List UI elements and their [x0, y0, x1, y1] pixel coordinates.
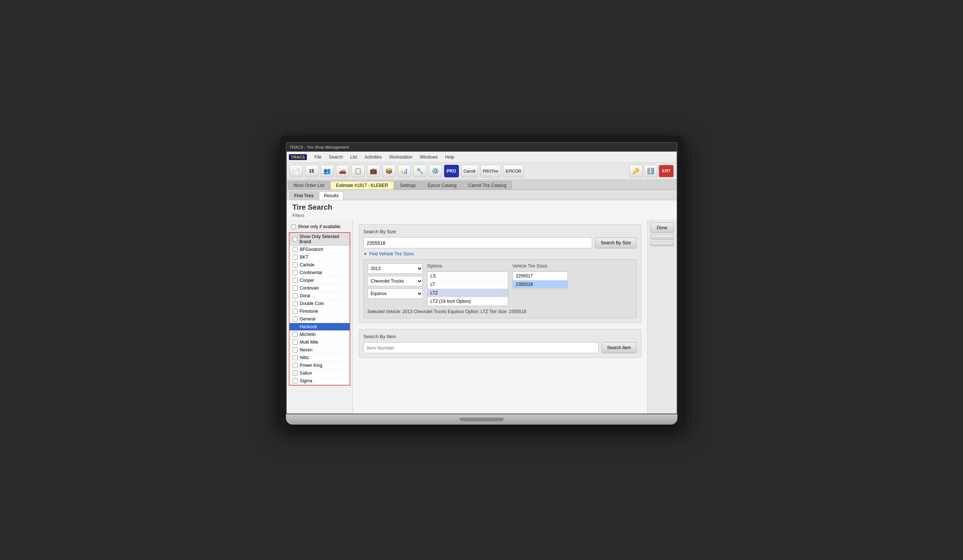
brand-checkbox-doublecoin[interactable] — [293, 301, 298, 306]
options-header: Options — [427, 264, 508, 269]
brand-checkbox-bkt[interactable] — [293, 255, 298, 260]
brand-item-firestone[interactable]: Firestone — [290, 308, 350, 315]
vehicle-options-col: Options LS LT LTZ LTZ (19 Inch Option) — [427, 264, 508, 306]
menu-workstation[interactable]: Workstation — [386, 154, 415, 160]
brand-item-cordovan[interactable]: Cordovan — [290, 285, 350, 292]
brand-item-doublecoin[interactable]: Double Coin — [290, 300, 350, 308]
brand-item-nitto[interactable]: Nitto — [290, 354, 350, 362]
tab-carroll-catalog[interactable]: Carroll Tire Catalog — [463, 181, 512, 189]
option-ltz[interactable]: LTZ — [428, 289, 508, 297]
brand-checkbox-continental[interactable] — [293, 270, 298, 275]
brand-checkbox-doral[interactable] — [293, 293, 298, 298]
show-available-checkbox[interactable] — [291, 225, 296, 229]
tire-size-0[interactable]: 2256517 — [513, 272, 567, 280]
menu-activities[interactable]: Activities — [362, 154, 384, 160]
brand-checkbox-powerking[interactable] — [293, 363, 298, 368]
brand-item-bfgoodrich[interactable]: BFGoodrich — [290, 246, 350, 254]
show-only-selected-checkbox[interactable] — [293, 236, 297, 242]
tire-sizes-list: 2256517 2355518 — [512, 272, 568, 289]
brand-checkbox-bfgoodrich[interactable] — [293, 247, 298, 252]
content-tab-results[interactable]: Results — [319, 191, 343, 200]
make-select[interactable]: Chevrolet Trucks — [368, 276, 423, 286]
brand-checkbox-michelin[interactable] — [293, 332, 298, 337]
content-tab-find-tires[interactable]: Find Tires — [290, 191, 319, 200]
toolbar-workorders-btn[interactable]: 📋 — [352, 165, 365, 177]
selected-vehicle-text: Selected Vehicle: 2013 Chevrolet Trucks … — [368, 309, 632, 314]
brand-item-cooper[interactable]: Cooper — [290, 277, 350, 285]
brand-item-powerking[interactable]: Power King — [290, 362, 350, 369]
brand-item-carlisle[interactable]: Carlisle — [290, 261, 350, 269]
toolbar-calendar-btn[interactable]: 15 — [305, 165, 318, 177]
brand-item-nexen[interactable]: Nexen — [290, 346, 350, 354]
toolbar-epicor-btn[interactable]: EPICOR — [503, 165, 524, 177]
brand-checkbox-cordovan[interactable] — [293, 285, 298, 291]
brand-item-sigma[interactable]: Sigma — [290, 377, 350, 385]
option-ls[interactable]: LS — [428, 272, 508, 280]
toolbar-new-btn[interactable]: 📄 — [290, 165, 303, 177]
search-by-item-section: Search By Item Search Item — [359, 329, 641, 358]
brand-item-continental[interactable]: Continental — [290, 269, 350, 277]
brand-item-multimile[interactable]: Multi Mile — [290, 338, 350, 346]
menu-search[interactable]: Search — [326, 154, 346, 160]
brand-checkbox-multimile[interactable] — [293, 340, 298, 345]
content-tabs: Find Tires Results — [287, 190, 677, 200]
brand-item-bkt[interactable]: BKT — [290, 254, 350, 261]
year-select[interactable]: 2013 2012 2014 — [368, 264, 423, 274]
toolbar-exit-btn[interactable]: EXIT — [659, 165, 673, 177]
show-available-row: Show only if available — [287, 223, 352, 232]
toolbar-protire-btn[interactable]: PROTire — [480, 165, 501, 177]
toolbar-reports-btn[interactable]: 📊 — [398, 165, 411, 177]
tab-work-order-list[interactable]: Work Order List — [288, 181, 330, 189]
tab-estimate[interactable]: Estimate #1817 - KLEBER — [331, 181, 393, 189]
brand-label-firestone: Firestone — [300, 309, 318, 314]
toolbar-extra2-btn[interactable]: ⚙️ — [429, 165, 442, 177]
item-search-input[interactable] — [363, 342, 599, 353]
toolbar-vehicles-btn[interactable]: 🚗 — [336, 165, 349, 177]
toolbar-pro-btn[interactable]: PRO — [444, 165, 459, 177]
option-ltz-19[interactable]: LTZ (19 Inch Option) — [428, 297, 508, 306]
toolbar-carroll-btn[interactable]: Carroll — [461, 165, 478, 177]
item-search-row: Search Item — [363, 342, 637, 353]
brand-checkbox-nexen[interactable] — [293, 347, 298, 353]
tab-settings[interactable]: Settings — [394, 181, 422, 189]
brand-label-general: General — [300, 316, 316, 322]
search-by-size-section: Search By Size Search By Size ▼ Find Veh… — [359, 224, 641, 323]
brand-item-michelin[interactable]: Michelin — [290, 331, 350, 338]
search-by-size-button[interactable]: Search By Size — [595, 237, 636, 248]
menu-windows[interactable]: Windows — [417, 154, 441, 160]
done-button[interactable]: Done — [650, 223, 674, 233]
brand-checkbox-cooper[interactable] — [293, 278, 298, 283]
tire-size-1[interactable]: 2355518 — [513, 280, 567, 289]
vehicle-selector: 2013 2012 2014 Chevrolet Trucks Equinox — [363, 259, 637, 318]
toolbar-inventory-btn[interactable]: 📦 — [382, 165, 396, 177]
brand-item-show-only-selected[interactable]: Show Only Selected Brand — [290, 233, 350, 246]
size-search-input[interactable] — [363, 237, 592, 248]
option-lt[interactable]: LT — [428, 280, 508, 289]
brand-item-general[interactable]: General — [290, 315, 350, 323]
menu-list[interactable]: List — [347, 154, 360, 160]
brand-checkbox-nitto[interactable] — [293, 355, 298, 360]
toolbar-extra1-btn[interactable]: 🔧 — [413, 165, 426, 177]
model-select[interactable]: Equinox Colorado Silverado — [368, 288, 423, 299]
menu-help[interactable]: Help — [442, 154, 457, 160]
brand-checkbox-firestone[interactable] — [293, 309, 298, 314]
toolbar-vendors-btn[interactable]: 💼 — [367, 165, 380, 177]
panel-btn2[interactable] — [650, 235, 674, 240]
brand-label-sailun: Sailun — [300, 371, 312, 375]
brand-checkbox-sailun[interactable] — [293, 371, 298, 375]
search-by-item-button[interactable]: Search Item — [601, 342, 637, 353]
brand-checkbox-sigma[interactable] — [293, 378, 298, 384]
brand-item-doral[interactable]: Doral — [290, 292, 350, 300]
toolbar-keys-btn[interactable]: 🔑 — [629, 165, 642, 177]
menu-file[interactable]: File — [311, 154, 324, 160]
brand-item-hankook[interactable]: Hankook — [290, 323, 350, 331]
brand-checkbox-general[interactable] — [293, 316, 298, 322]
toolbar-info-btn[interactable]: ℹ️ — [644, 165, 657, 177]
find-vehicle-row[interactable]: ▼ Find Vehicle Tire Sizes — [363, 251, 637, 256]
brand-item-sailun[interactable]: Sailun — [290, 369, 350, 377]
tab-epicor-catalog[interactable]: Epicor Catalog — [422, 181, 462, 189]
panel-btn3[interactable] — [650, 241, 674, 246]
brand-label-powerking: Power King — [300, 363, 323, 368]
brand-checkbox-carlisle[interactable] — [293, 262, 298, 267]
toolbar-customers-btn[interactable]: 👥 — [321, 165, 334, 177]
